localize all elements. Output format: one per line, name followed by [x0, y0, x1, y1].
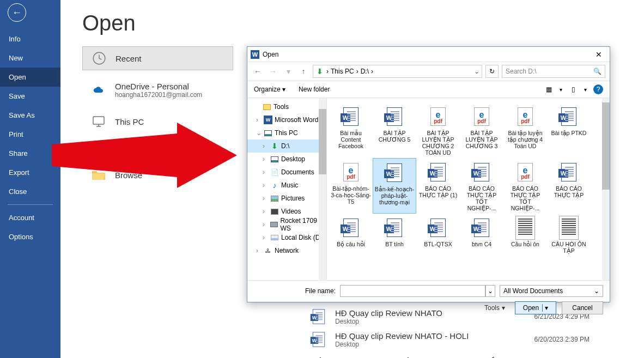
sidebar-item-options[interactable]: Options: [0, 227, 60, 246]
file-item[interactable]: BÀI TẬP LUYỆN TẬP CHƯƠNG 2 TOÁN UD: [416, 102, 460, 158]
cloud-icon: [91, 82, 106, 98]
tree-scrollbar[interactable]: [319, 98, 326, 280]
files-scrollbar[interactable]: [602, 98, 610, 280]
file-name: CÂU HỎI ÔN TẬP: [548, 241, 590, 254]
file-item[interactable]: BÀI TẬP LUYỆN TẬP CHƯƠNG 3: [460, 102, 503, 158]
file-item[interactable]: Bộ câu hỏi: [329, 214, 373, 256]
sidebar-item-new[interactable]: New: [0, 48, 60, 68]
address-bar[interactable]: ⬇ › This PC › D:\ › ⌄: [313, 65, 482, 78]
recent-file[interactable]: HĐ Quay clip Review NHATO - HOLIDesktop …: [311, 328, 611, 351]
file-item[interactable]: BÁO CÁO THỰC TẬP: [547, 158, 591, 214]
file-item[interactable]: Bài tập luyện tập chương 4 Toán UD: [503, 102, 547, 158]
tree-item[interactable]: Tools: [247, 100, 326, 113]
search-input[interactable]: Search D:\ 🔍: [502, 65, 605, 78]
dialog-titlebar: W Open ✕: [247, 47, 610, 62]
file-item[interactable]: BÀI TẬP CHƯƠNG 5: [373, 102, 416, 158]
recent-label: Recent: [116, 54, 142, 63]
nav-forward-icon: →: [267, 65, 279, 77]
sidebar-item-share[interactable]: Share: [0, 144, 60, 163]
file-item[interactable]: Bài tập PTKD: [547, 102, 591, 158]
location-recent[interactable]: Recent: [82, 46, 233, 70]
preview-pane-icon[interactable]: ▯: [569, 85, 578, 94]
organize-menu[interactable]: Organize ▾: [254, 86, 285, 93]
collapse-icon: ⌄: [256, 129, 262, 137]
sidebar-item-saveas[interactable]: Save As: [0, 106, 60, 125]
scrollbar-thumb[interactable]: [602, 102, 610, 190]
sidebar-item-info[interactable]: Info: [0, 29, 60, 48]
file-name: BÁO CÁO THỰC TẬP (1): [417, 185, 459, 198]
onedrive-label: OneDrive - Personal: [115, 82, 202, 91]
file-item[interactable]: BT tính: [373, 214, 416, 256]
chevron-down-icon[interactable]: ▾: [560, 87, 562, 93]
cancel-button[interactable]: Cancel: [562, 301, 603, 314]
sidebar-item-print[interactable]: Print: [0, 125, 60, 144]
file-item[interactable]: BÁO CÁO THỰC TẬP TỐT NGHIỆP-...: [503, 158, 547, 214]
back-button[interactable]: ←: [8, 3, 26, 22]
recent-file[interactable]: NỘI DUNG CHÍNH SỰ KIỆN OFFLINE NHATO LẦN…: [311, 351, 611, 358]
filename-dropdown[interactable]: ⌄: [485, 285, 495, 297]
word-file-icon: [341, 216, 361, 240]
sidebar-item-save[interactable]: Save: [0, 87, 60, 106]
file-filter-dropdown[interactable]: All Word Documents ⌄: [500, 285, 603, 297]
sidebar-item-open[interactable]: Open: [0, 68, 60, 87]
sidebar-divider: [8, 204, 53, 205]
file-item[interactable]: BÁO CÁO THỰC TẬP (1): [416, 158, 460, 214]
expand-icon: ›: [263, 181, 268, 189]
word-file-icon: [385, 105, 404, 129]
word-doc-icon: [311, 332, 326, 347]
network-icon: 🖧: [264, 246, 272, 255]
help-icon[interactable]: ?: [593, 84, 603, 94]
new-folder-button[interactable]: New folder: [299, 86, 330, 93]
tree-item[interactable]: ›Local Disk (D:): [247, 231, 326, 244]
address-dropdown-icon[interactable]: ⌄: [474, 68, 479, 75]
breadcrumb-item[interactable]: This PC: [331, 68, 354, 75]
expand-icon: ›: [263, 168, 268, 176]
tree-item-thispc[interactable]: ⌄This PC: [247, 126, 326, 139]
file-item[interactable]: Bài-tập-nhóm-3-ca-học-Sáng-T5: [329, 158, 373, 214]
back-arrow-icon: ←: [12, 7, 22, 19]
file-item[interactable]: btvn C4: [460, 214, 503, 256]
file-item[interactable]: Bản-kế-hoạch-pháp-luật-thương-mại: [373, 158, 416, 214]
doc-file-icon: [559, 216, 579, 240]
file-name: BÁO CÁO THỰC TẬP TỐT NGHIỆP-...: [461, 185, 502, 211]
file-item[interactable]: Bài mẫu Content Facebook: [329, 102, 373, 158]
sidebar-item-close[interactable]: Close: [0, 182, 60, 201]
nav-history-icon[interactable]: ▾: [282, 65, 294, 77]
tools-menu[interactable]: Tools▾: [484, 304, 505, 312]
tree-item-d-drive[interactable]: ›⬇D:\: [247, 139, 326, 153]
file-item[interactable]: Câu hỏi ôn: [503, 214, 547, 256]
location-thispc[interactable]: This PC: [82, 110, 233, 134]
tree-item[interactable]: ›🖧Network: [247, 244, 326, 257]
file-item[interactable]: CÂU HỎI ÔN TẬP: [547, 214, 591, 256]
svg-rect-1: [93, 117, 104, 124]
tree-item[interactable]: ›📄Documents: [247, 166, 326, 179]
nav-up-icon[interactable]: ↑: [297, 65, 309, 77]
search-icon: 🔍: [593, 68, 602, 75]
close-button[interactable]: ✕: [591, 50, 606, 59]
open-split-icon[interactable]: ▾: [542, 304, 548, 312]
file-item[interactable]: BÁO CÁO THỰC TẬP TỐT NGHIỆP-...: [460, 158, 503, 214]
tree-item[interactable]: ›WMicrosoft Word: [247, 113, 326, 126]
word-file-icon: [472, 216, 491, 240]
refresh-button[interactable]: ↻: [485, 65, 499, 78]
chevron-down-icon[interactable]: ▾: [584, 87, 587, 93]
location-onedrive[interactable]: OneDrive - Personal hoangha1672001@gmail…: [82, 78, 233, 102]
tree-item[interactable]: ›♪Music: [247, 179, 326, 192]
tree-item[interactable]: ›Videos: [247, 205, 326, 218]
filename-label: File name:: [254, 287, 336, 295]
nav-back-icon[interactable]: ←: [252, 65, 264, 77]
sidebar-item-account[interactable]: Account: [0, 208, 60, 227]
breadcrumb-item[interactable]: D:\: [361, 68, 369, 75]
expand-icon: ›: [263, 155, 268, 163]
tree-item[interactable]: ›Desktop: [247, 153, 326, 166]
file-item[interactable]: BTL-QTSX: [416, 214, 460, 256]
tree-item[interactable]: ›Rocket 1709 WS: [247, 218, 326, 231]
location-browse[interactable]: Browse: [82, 163, 233, 187]
open-button[interactable]: Open▾: [515, 301, 556, 314]
dialog-nav-row: ← → ▾ ↑ ⬇ › This PC › D:\ › ⌄ ↻ Search D…: [247, 62, 610, 81]
filename-input[interactable]: [340, 285, 485, 297]
view-large-icon[interactable]: ▦: [544, 85, 553, 94]
tree-item[interactable]: ›Pictures: [247, 192, 326, 205]
sidebar-item-export[interactable]: Export: [0, 163, 60, 182]
scrollbar-thumb[interactable]: [319, 109, 326, 174]
